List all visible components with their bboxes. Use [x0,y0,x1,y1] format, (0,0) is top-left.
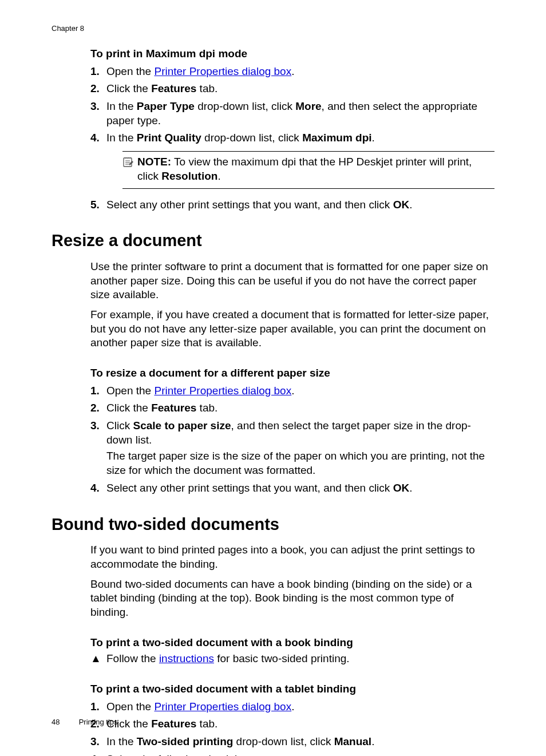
text: Open the [106,385,154,397]
step-number: 3. [90,735,106,749]
step-number: 3. [90,419,106,478]
chapter-label: Chapter 8 [52,24,84,34]
bold-text: OK [393,482,410,494]
text: drop-down list, click [201,132,302,144]
text: . [291,385,294,397]
step-body: Select the following check boxes: • Flip… [106,753,494,756]
step-number: 1. [90,65,106,79]
note-label: NOTE: [137,156,171,168]
paragraph: Use the printer software to print a docu… [90,260,494,302]
tablet-binding-sub: To print a two-sided document with a tab… [90,682,494,696]
text: In the [106,735,137,747]
bound-heading: Bound two-sided documents [52,514,494,536]
text: Click [106,419,133,432]
note-icon [122,155,137,169]
page-footer: 48 Printing tips [52,718,118,727]
step-1: 1. Open the Printer Properties dialog bo… [90,700,494,714]
text: Follow the [106,652,159,664]
step-3: 3. In the Two-sided printing drop-down l… [90,735,494,749]
step-body: Click the Features tab. [106,401,494,415]
text: tab. [196,402,217,414]
step-number: 2. [90,401,106,415]
step-number: 1. [90,384,106,398]
printer-properties-link[interactable]: Printer Properties dialog box [154,65,291,77]
step-body: Click the Features tab. [106,717,494,731]
bold-text: Two-sided printing [137,735,234,747]
text: . [372,132,375,144]
step-body: Open the Printer Properties dialog box. [106,700,494,714]
text: Select any other print settings that you… [106,482,393,494]
printer-properties-link[interactable]: Printer Properties dialog box [154,385,291,397]
note-box: NOTE: To view the maximum dpi that the H… [122,151,494,188]
paragraph: Bound two-sided documents can have a boo… [90,577,494,620]
step-2: 2. Click the Features tab. [90,717,494,731]
text: drop-down list, click [233,735,334,747]
step-4: 4. In the Print Quality drop-down list, … [90,131,494,194]
text: In the [106,132,137,144]
resize-sub-heading: To resize a document for a different pap… [90,366,494,381]
step-body: Select any other print settings that you… [106,198,494,212]
bold-text: Manual [334,735,371,747]
text: Open the [106,65,154,77]
step-number: 4. [90,481,106,496]
step-1: 1. Open the Printer Properties dialog bo… [90,65,494,79]
bold-text: Features [151,718,196,730]
bold-text: More [295,100,321,112]
text: Select the following check boxes: [106,753,267,756]
text: In the [106,100,137,112]
text: tab. [196,82,217,94]
step-body: In the Two-sided printing drop-down list… [106,735,494,749]
step-2: 2. Click the Features tab. [90,82,494,96]
step-body: In the Paper Type drop-down list, click … [106,100,494,128]
bold-text: Paper Type [137,100,195,112]
note-text: NOTE: To view the maximum dpi that the H… [137,155,494,183]
step-number: 4. [90,131,106,194]
text: . [409,482,412,494]
step-number: 2. [90,82,106,96]
paragraph: For example, if you have created a docum… [90,308,494,350]
text: . [371,735,374,747]
step-body: Open the Printer Properties dialog box. [106,384,494,398]
bold-text: Maximum dpi [302,132,371,144]
bold-text: Resolution [161,170,217,182]
document-page: Chapter 8 To print in Maximum dpi mode 1… [0,0,546,756]
instructions-link[interactable]: instructions [159,652,214,664]
text: Open the [106,700,154,713]
step-number: 4. [90,753,106,756]
text: Select any other print settings that you… [106,199,393,211]
text: . [291,700,294,713]
step-body: Select any other print settings that you… [106,481,494,496]
bold-text: Scale to paper size [133,419,231,432]
triangle-step: ▲ Follow the instructions for basic two-… [90,652,494,666]
text: . [291,65,294,77]
content-area: To print in Maximum dpi mode 1. Open the… [52,47,494,756]
text: tab. [196,718,217,730]
step-1: 1. Open the Printer Properties dialog bo… [90,384,494,398]
page-number: 48 [52,718,77,727]
text: Click the [106,82,151,94]
step-2: 2. Click the Features tab. [90,401,494,415]
footer-section: Printing tips [79,718,118,726]
step-number: 3. [90,100,106,128]
step-body: In the Print Quality drop-down list, cli… [106,131,494,194]
step-4: 4. Select the following check boxes: • F… [90,753,494,756]
step-body: Click Scale to paper size, and then sele… [106,419,494,478]
book-binding-sub: To print a two-sided document with a boo… [90,636,494,650]
resize-heading: Resize a document [52,230,494,252]
bold-text: Features [151,402,196,414]
printer-properties-link[interactable]: Printer Properties dialog box [154,700,291,713]
text: Click the [106,402,151,414]
step-body: Click the Features tab. [106,82,494,96]
step-3: 3. Click Scale to paper size, and then s… [90,419,494,478]
step-number: 1. [90,700,106,714]
text: . [409,199,412,211]
step-continuation: The target paper size is the size of the… [106,449,494,477]
paragraph: If you want to bind printed pages into a… [90,543,494,571]
step-number: 5. [90,198,106,212]
bold-text: Print Quality [137,132,201,144]
max-dpi-heading: To print in Maximum dpi mode [90,47,494,61]
triangle-bullet-icon: ▲ [90,652,106,666]
step-3: 3. In the Paper Type drop-down list, cli… [90,100,494,128]
bold-text: Features [151,82,196,94]
step-body: Open the Printer Properties dialog box. [106,65,494,79]
